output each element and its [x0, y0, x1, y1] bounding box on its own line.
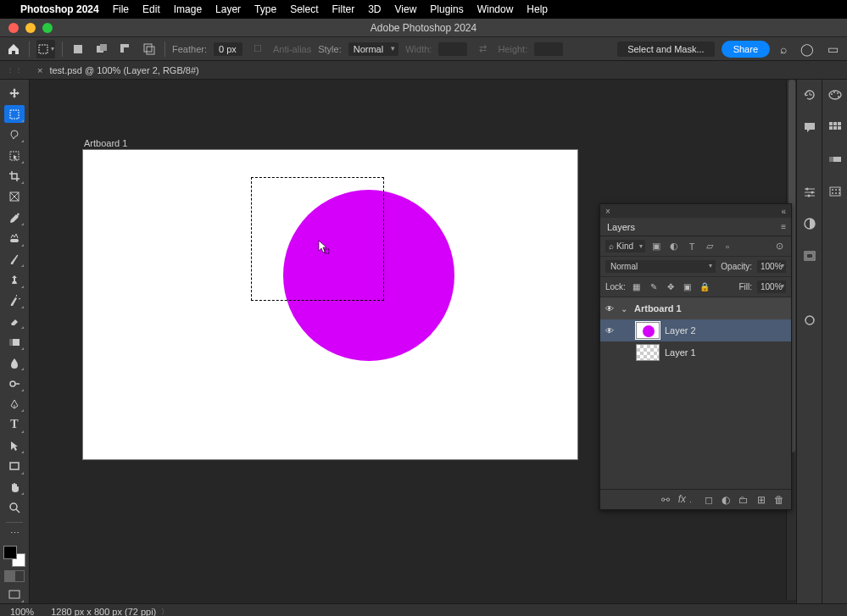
frame-tool[interactable]	[4, 188, 25, 205]
panel-collapse-icon[interactable]: «	[781, 207, 786, 216]
menu-plugins[interactable]: Plugins	[430, 3, 463, 15]
libraries-panel-icon[interactable]	[801, 247, 818, 264]
layer-row-layer2[interactable]: 👁 Layer 2	[600, 319, 791, 341]
zoom-tool[interactable]	[4, 499, 25, 516]
blur-tool[interactable]	[4, 354, 25, 371]
rectangle-tool[interactable]	[4, 458, 25, 474]
eyedropper-tool[interactable]	[4, 209, 25, 226]
foreground-color-swatch[interactable]	[3, 546, 17, 559]
delete-layer-icon[interactable]: 🗑	[774, 494, 784, 506]
window-zoom-button[interactable]	[42, 23, 53, 33]
pen-tool[interactable]	[4, 396, 25, 413]
fill-input[interactable]: 100%	[757, 280, 786, 293]
canvas-area[interactable]: Artboard 1 × « Layers ≡ ⌕Kind ▣ ◐ T ▱	[30, 80, 796, 603]
artboard-row[interactable]: 👁 ⌄ Artboard 1	[600, 297, 791, 319]
opacity-input[interactable]: 100%	[757, 260, 786, 273]
adjustment-layer-icon[interactable]: ◐	[722, 494, 730, 506]
lock-artboard-icon[interactable]: ▣	[682, 281, 694, 293]
color-panel-icon[interactable]	[827, 86, 844, 103]
share-button[interactable]: Share	[722, 41, 770, 58]
window-minimize-button[interactable]	[25, 23, 36, 33]
home-button[interactable]	[5, 41, 22, 58]
lasso-tool[interactable]	[4, 126, 25, 143]
search-icon[interactable]: ⌕	[777, 42, 790, 56]
document-tab-label[interactable]: test.psd @ 100% (Layer 2, RGB/8#)	[49, 65, 198, 75]
filter-toggle-icon[interactable]: ⊙	[772, 240, 786, 253]
new-layer-icon[interactable]: ⊞	[757, 494, 766, 506]
swatches-panel-icon[interactable]	[827, 119, 844, 136]
visibility-toggle[interactable]: 👁	[604, 304, 616, 314]
crop-tool[interactable]	[4, 168, 25, 185]
lock-position-icon[interactable]: ✥	[665, 281, 677, 293]
panel-menu-icon[interactable]: ≡	[776, 219, 791, 235]
dodge-tool[interactable]	[4, 375, 25, 391]
menu-filter[interactable]: Filter	[332, 3, 354, 15]
spot-healing-brush-tool[interactable]	[4, 230, 25, 247]
brush-tool[interactable]	[4, 251, 25, 268]
layers-tab[interactable]: Layers	[600, 219, 642, 236]
eraser-tool[interactable]	[4, 313, 25, 330]
layer-filter-select[interactable]: ⌕Kind	[605, 240, 645, 253]
menu-view[interactable]: View	[395, 3, 417, 15]
color-swatches[interactable]	[3, 546, 25, 566]
gradient-tool[interactable]	[4, 333, 25, 350]
layer-mask-icon[interactable]: ◻	[705, 494, 713, 506]
layer-thumbnail[interactable]	[636, 322, 660, 339]
chevron-down-icon[interactable]: ⌄	[621, 304, 629, 314]
select-and-mask-button[interactable]: Select and Mask...	[617, 42, 715, 57]
document-info[interactable]: 1280 px x 800 px (72 ppi)〉	[51, 607, 169, 617]
edit-toolbar-button[interactable]: ⋯	[4, 528, 25, 539]
menu-help[interactable]: Help	[527, 3, 548, 15]
menu-edit[interactable]: Edit	[142, 3, 160, 15]
clone-stamp-tool[interactable]	[4, 271, 25, 288]
window-close-button[interactable]	[8, 23, 19, 33]
move-tool[interactable]	[4, 85, 25, 102]
type-tool[interactable]: T	[4, 416, 25, 433]
intersect-selection-button[interactable]	[141, 41, 158, 58]
artboard-label[interactable]: Artboard 1	[84, 138, 127, 148]
version-history-panel-icon[interactable]	[801, 312, 818, 329]
menu-type[interactable]: Type	[254, 3, 276, 15]
history-panel-icon[interactable]	[801, 86, 818, 103]
feather-input[interactable]: 0 px	[214, 42, 242, 56]
comments-panel-icon[interactable]	[801, 119, 818, 136]
layer-name[interactable]: Layer 1	[665, 347, 696, 358]
group-icon[interactable]: 🗀	[738, 494, 749, 506]
hand-tool[interactable]	[4, 479, 25, 496]
quick-mask-toggle[interactable]	[4, 570, 25, 583]
layer-row-layer1[interactable]: Layer 1	[600, 341, 791, 363]
filter-pixel-icon[interactable]: ▣	[649, 240, 663, 253]
style-select[interactable]: Normal	[348, 42, 398, 56]
layer-thumbnail[interactable]	[636, 344, 660, 361]
layer-style-icon[interactable]: fx﹒	[678, 492, 696, 507]
menu-layer[interactable]: Layer	[215, 3, 241, 15]
document-close-button[interactable]: ×	[37, 65, 42, 75]
workspace-switcher-icon[interactable]: ▭	[824, 42, 842, 56]
lock-all-icon[interactable]: 🔒	[699, 281, 710, 293]
screen-mode-button[interactable]	[4, 585, 25, 602]
blend-mode-select[interactable]: Normal	[605, 260, 716, 273]
path-selection-tool[interactable]	[4, 437, 25, 454]
rectangular-marquee-tool[interactable]	[4, 105, 25, 122]
new-selection-button[interactable]	[70, 41, 86, 58]
adjustments-panel-icon[interactable]	[801, 215, 818, 232]
menu-window[interactable]: Window	[477, 3, 514, 15]
layer-name[interactable]: Layer 2	[665, 325, 696, 336]
filter-adjustment-icon[interactable]: ◐	[667, 240, 681, 253]
gradients-panel-icon[interactable]	[827, 151, 844, 168]
filter-shape-icon[interactable]: ▱	[703, 240, 716, 253]
visibility-toggle[interactable]: 👁	[604, 326, 616, 336]
patterns-panel-icon[interactable]	[827, 183, 844, 200]
properties-panel-icon[interactable]	[801, 183, 818, 200]
app-name[interactable]: Photoshop 2024	[20, 3, 99, 15]
object-selection-tool[interactable]	[4, 147, 25, 164]
lock-image-icon[interactable]: ✎	[648, 281, 660, 293]
artboard-name[interactable]: Artboard 1	[634, 303, 682, 314]
help-icon[interactable]: ◯	[797, 42, 817, 56]
menu-select[interactable]: Select	[290, 3, 318, 15]
link-layers-icon[interactable]: ⚯	[661, 494, 670, 506]
history-brush-tool[interactable]	[4, 292, 25, 309]
lock-transparency-icon[interactable]: ▦	[631, 281, 643, 293]
menu-image[interactable]: Image	[174, 3, 202, 15]
menu-file[interactable]: File	[113, 3, 129, 15]
